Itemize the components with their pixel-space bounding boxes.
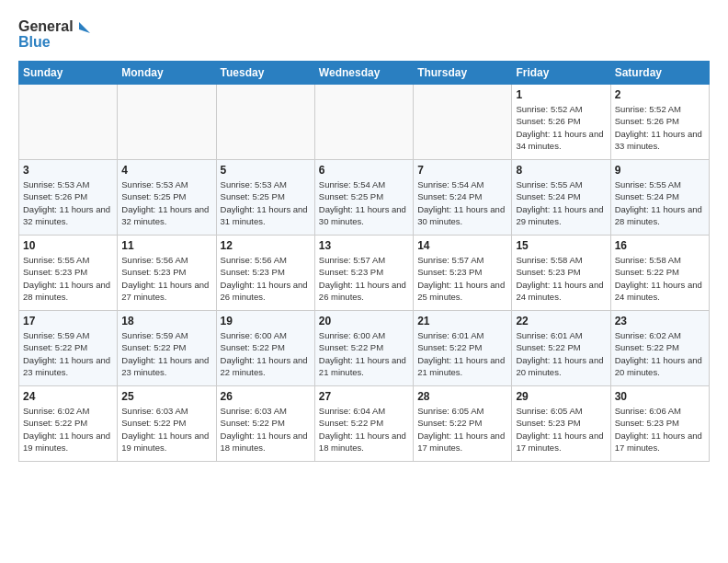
day-number: 4 — [121, 164, 211, 177]
weekday-header-friday: Friday — [512, 62, 610, 85]
day-info: Sunrise: 6:02 AM Sunset: 5:22 PM Dayligh… — [615, 329, 705, 378]
day-cell: 13Sunrise: 5:57 AM Sunset: 5:23 PM Dayli… — [314, 236, 413, 311]
day-info: Sunrise: 6:04 AM Sunset: 5:22 PM Dayligh… — [319, 405, 409, 454]
week-row-1: 1Sunrise: 5:52 AM Sunset: 5:26 PM Daylig… — [19, 85, 710, 160]
day-number: 24 — [23, 390, 113, 403]
day-number: 20 — [319, 315, 409, 327]
day-cell: 9Sunrise: 5:55 AM Sunset: 5:24 PM Daylig… — [610, 160, 709, 236]
day-number: 5 — [221, 164, 311, 177]
logo-svg: GeneralBlue — [18, 15, 92, 52]
day-number: 26 — [221, 390, 311, 403]
day-info: Sunrise: 5:57 AM Sunset: 5:23 PM Dayligh… — [319, 254, 409, 303]
weekday-header-sunday: Sunday — [19, 62, 118, 85]
day-number: 21 — [417, 315, 507, 327]
svg-marker-2 — [79, 22, 90, 33]
week-row-2: 3Sunrise: 5:53 AM Sunset: 5:26 PM Daylig… — [19, 160, 710, 236]
day-cell: 22Sunrise: 6:01 AM Sunset: 5:22 PM Dayli… — [512, 311, 610, 386]
day-info: Sunrise: 6:05 AM Sunset: 5:22 PM Dayligh… — [417, 405, 507, 454]
day-cell: 16Sunrise: 5:58 AM Sunset: 5:22 PM Dayli… — [610, 236, 709, 311]
day-number: 28 — [417, 390, 507, 403]
day-cell: 18Sunrise: 5:59 AM Sunset: 5:22 PM Dayli… — [118, 311, 216, 386]
day-cell: 1Sunrise: 5:52 AM Sunset: 5:26 PM Daylig… — [512, 85, 610, 160]
day-cell: 4Sunrise: 5:53 AM Sunset: 5:25 PM Daylig… — [118, 160, 216, 236]
weekday-header-saturday: Saturday — [610, 62, 709, 85]
day-info: Sunrise: 5:59 AM Sunset: 5:22 PM Dayligh… — [121, 329, 211, 378]
day-info: Sunrise: 6:01 AM Sunset: 5:22 PM Dayligh… — [516, 329, 606, 378]
day-info: Sunrise: 5:52 AM Sunset: 5:26 PM Dayligh… — [516, 103, 606, 152]
day-number: 25 — [121, 390, 211, 403]
day-info: Sunrise: 6:03 AM Sunset: 5:22 PM Dayligh… — [221, 405, 311, 454]
day-cell: 19Sunrise: 6:00 AM Sunset: 5:22 PM Dayli… — [216, 311, 314, 386]
day-number: 17 — [23, 315, 113, 327]
day-number: 29 — [516, 390, 606, 403]
day-info: Sunrise: 5:55 AM Sunset: 5:24 PM Dayligh… — [615, 178, 705, 227]
day-cell — [314, 85, 413, 160]
day-number: 11 — [121, 239, 211, 252]
day-info: Sunrise: 6:03 AM Sunset: 5:22 PM Dayligh… — [121, 405, 211, 454]
day-cell: 3Sunrise: 5:53 AM Sunset: 5:26 PM Daylig… — [19, 160, 118, 236]
day-cell: 7Sunrise: 5:54 AM Sunset: 5:24 PM Daylig… — [414, 160, 512, 236]
day-info: Sunrise: 5:52 AM Sunset: 5:26 PM Dayligh… — [615, 103, 705, 152]
day-number: 16 — [615, 239, 705, 252]
day-info: Sunrise: 5:58 AM Sunset: 5:23 PM Dayligh… — [516, 254, 606, 303]
day-info: Sunrise: 6:00 AM Sunset: 5:22 PM Dayligh… — [319, 329, 409, 378]
day-number: 13 — [319, 239, 409, 252]
day-info: Sunrise: 5:54 AM Sunset: 5:25 PM Dayligh… — [319, 178, 409, 227]
day-number: 12 — [221, 239, 311, 252]
day-number: 14 — [417, 239, 507, 252]
week-row-5: 24Sunrise: 6:02 AM Sunset: 5:22 PM Dayli… — [19, 386, 710, 462]
day-cell: 25Sunrise: 6:03 AM Sunset: 5:22 PM Dayli… — [118, 386, 216, 462]
day-cell: 28Sunrise: 6:05 AM Sunset: 5:22 PM Dayli… — [414, 386, 512, 462]
day-cell: 23Sunrise: 6:02 AM Sunset: 5:22 PM Dayli… — [610, 311, 709, 386]
day-cell: 20Sunrise: 6:00 AM Sunset: 5:22 PM Dayli… — [314, 311, 413, 386]
day-number: 10 — [23, 239, 113, 252]
day-number: 6 — [319, 164, 409, 177]
day-info: Sunrise: 5:56 AM Sunset: 5:23 PM Dayligh… — [121, 254, 211, 303]
weekday-header-row: SundayMondayTuesdayWednesdayThursdayFrid… — [19, 62, 710, 85]
day-info: Sunrise: 5:59 AM Sunset: 5:22 PM Dayligh… — [23, 329, 113, 378]
day-number: 30 — [615, 390, 705, 403]
day-number: 19 — [221, 315, 311, 327]
day-cell: 27Sunrise: 6:04 AM Sunset: 5:22 PM Dayli… — [314, 386, 413, 462]
day-cell: 15Sunrise: 5:58 AM Sunset: 5:23 PM Dayli… — [512, 236, 610, 311]
svg-text:Blue: Blue — [18, 34, 51, 50]
day-cell — [19, 85, 118, 160]
day-number: 23 — [615, 315, 705, 327]
day-info: Sunrise: 5:56 AM Sunset: 5:23 PM Dayligh… — [221, 254, 311, 303]
week-row-4: 17Sunrise: 5:59 AM Sunset: 5:22 PM Dayli… — [19, 311, 710, 386]
day-cell: 11Sunrise: 5:56 AM Sunset: 5:23 PM Dayli… — [118, 236, 216, 311]
day-cell: 17Sunrise: 5:59 AM Sunset: 5:22 PM Dayli… — [19, 311, 118, 386]
svg-text:General: General — [18, 18, 74, 34]
day-number: 22 — [516, 315, 606, 327]
weekday-header-monday: Monday — [118, 62, 216, 85]
weekday-header-thursday: Thursday — [414, 62, 512, 85]
day-cell: 30Sunrise: 6:06 AM Sunset: 5:23 PM Dayli… — [610, 386, 709, 462]
day-cell — [118, 85, 216, 160]
day-info: Sunrise: 5:53 AM Sunset: 5:25 PM Dayligh… — [121, 178, 211, 227]
day-number: 8 — [516, 164, 606, 177]
page: GeneralBlue SundayMondayTuesdayWednesday… — [0, 0, 728, 477]
day-cell: 14Sunrise: 5:57 AM Sunset: 5:23 PM Dayli… — [414, 236, 512, 311]
day-info: Sunrise: 5:55 AM Sunset: 5:23 PM Dayligh… — [23, 254, 113, 303]
day-cell: 6Sunrise: 5:54 AM Sunset: 5:25 PM Daylig… — [314, 160, 413, 236]
day-info: Sunrise: 6:05 AM Sunset: 5:23 PM Dayligh… — [516, 405, 606, 454]
day-info: Sunrise: 5:57 AM Sunset: 5:23 PM Dayligh… — [417, 254, 507, 303]
day-info: Sunrise: 6:02 AM Sunset: 5:22 PM Dayligh… — [23, 405, 113, 454]
day-info: Sunrise: 5:53 AM Sunset: 5:26 PM Dayligh… — [23, 178, 113, 227]
day-cell: 10Sunrise: 5:55 AM Sunset: 5:23 PM Dayli… — [19, 236, 118, 311]
day-info: Sunrise: 5:53 AM Sunset: 5:25 PM Dayligh… — [221, 178, 311, 227]
day-info: Sunrise: 5:55 AM Sunset: 5:24 PM Dayligh… — [516, 178, 606, 227]
day-info: Sunrise: 5:54 AM Sunset: 5:24 PM Dayligh… — [417, 178, 507, 227]
day-number: 3 — [23, 164, 113, 177]
day-cell: 2Sunrise: 5:52 AM Sunset: 5:26 PM Daylig… — [610, 85, 709, 160]
logo: GeneralBlue — [18, 15, 92, 52]
header: GeneralBlue — [18, 15, 710, 52]
calendar-table: SundayMondayTuesdayWednesdayThursdayFrid… — [18, 61, 710, 462]
day-number: 9 — [615, 164, 705, 177]
day-number: 18 — [121, 315, 211, 327]
day-info: Sunrise: 6:06 AM Sunset: 5:23 PM Dayligh… — [615, 405, 705, 454]
day-cell: 12Sunrise: 5:56 AM Sunset: 5:23 PM Dayli… — [216, 236, 314, 311]
day-info: Sunrise: 6:01 AM Sunset: 5:22 PM Dayligh… — [417, 329, 507, 378]
day-cell — [216, 85, 314, 160]
day-cell: 24Sunrise: 6:02 AM Sunset: 5:22 PM Dayli… — [19, 386, 118, 462]
